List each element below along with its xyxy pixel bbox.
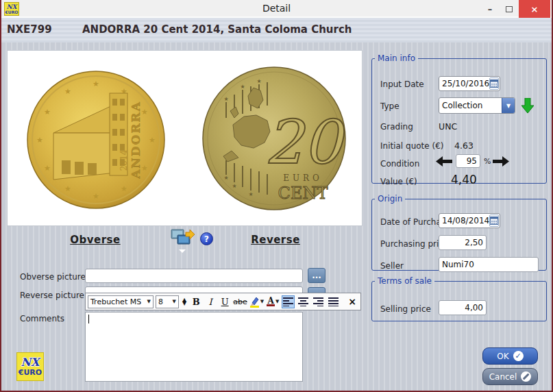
- screen-view-dropdown-icon[interactable]: [179, 249, 186, 253]
- terms-of-sale-legend: Terms of sale: [375, 276, 434, 286]
- grading-label: Grading: [380, 122, 413, 132]
- align-right-icon: [313, 297, 323, 306]
- bold-button[interactable]: B: [190, 295, 202, 308]
- svg-text:★: ★: [93, 79, 99, 88]
- purchase-date-calendar-icon[interactable]: [489, 215, 499, 227]
- font-size-combo[interactable]: 8 ▼: [156, 295, 179, 308]
- svg-text:★: ★: [223, 175, 228, 181]
- richtext-toolbar: Trebuchet MS ▼ 8 ▼ ▲▼ B I U abe ▼ A ▼: [85, 293, 361, 310]
- value-amount: 4,40: [451, 173, 477, 186]
- svg-text:★: ★: [149, 136, 156, 145]
- minimize-button[interactable]: –: [480, 0, 500, 18]
- type-select-dropdown-icon[interactable]: ▼: [502, 98, 515, 113]
- font-color-button[interactable]: A ▼: [267, 297, 280, 306]
- green-down-arrow-icon[interactable]: [521, 98, 534, 113]
- obverse-browse-button[interactable]: ...: [308, 268, 325, 283]
- font-family-dropdown-icon[interactable]: ▼: [145, 299, 153, 304]
- detail-dialog: NX €URO Detail – × NXE799 ANDORRA 20 Cen…: [0, 0, 553, 392]
- minimize-icon: –: [488, 4, 493, 14]
- title-bar[interactable]: NX €URO Detail – ×: [1, 0, 552, 18]
- input-date-label: Input Date: [380, 79, 424, 89]
- highlight-button[interactable]: ▼: [249, 296, 265, 308]
- align-left-icon: [283, 297, 293, 306]
- coin-title: ANDORRA 20 Cent 2014, Santa Coloma Churc…: [82, 23, 352, 36]
- svg-text:★: ★: [256, 78, 261, 84]
- font-color-dropdown-icon[interactable]: ▼: [275, 299, 280, 304]
- svg-text:★: ★: [240, 84, 245, 90]
- reverse-cent-text: CENT: [278, 184, 328, 203]
- main-info-section: Main info Input Date 25/10/2016 Type Col…: [371, 53, 547, 184]
- origin-legend: Origin: [375, 194, 405, 204]
- svg-text:★: ★: [93, 192, 99, 201]
- svg-text:★: ★: [121, 184, 127, 193]
- condition-label: Condition: [380, 159, 419, 169]
- svg-text:★: ★: [223, 96, 228, 102]
- condition-decrease-arrow[interactable]: [436, 156, 452, 167]
- font-size-stepper[interactable]: ▲▼: [181, 298, 188, 305]
- comments-label: Comments: [20, 314, 64, 323]
- align-center-icon: [298, 297, 308, 306]
- align-left-button[interactable]: [282, 295, 295, 308]
- ok-button[interactable]: OK ✓: [482, 347, 538, 365]
- header-band: NXE799 ANDORRA 20 Cent 2014, Santa Colom…: [1, 18, 552, 42]
- reverse-value-text: 20: [265, 107, 346, 177]
- strikethrough-button[interactable]: abe: [233, 295, 247, 308]
- highlight-dropdown-icon[interactable]: ▼: [260, 299, 265, 304]
- app-logo: NX €URO: [16, 352, 44, 381]
- help-icon[interactable]: ?: [200, 232, 213, 245]
- text-caret: [88, 315, 89, 323]
- align-justify-icon: [328, 297, 339, 306]
- svg-text:★: ★: [64, 87, 71, 96]
- svg-text:★: ★: [44, 108, 51, 117]
- reverse-coin-image: ★★★ ★★★ 20 EURO CENT: [203, 67, 346, 210]
- screen-view-icon[interactable]: [171, 229, 195, 247]
- underline-button[interactable]: U: [219, 295, 231, 308]
- selling-price-input[interactable]: [439, 300, 487, 315]
- main-info-legend: Main info: [375, 53, 418, 63]
- cancel-button[interactable]: Cancel: [482, 368, 538, 385]
- close-button[interactable]: ×: [519, 0, 550, 18]
- align-justify-button[interactable]: [327, 295, 340, 308]
- terms-of-sale-section: Terms of sale Selling price: [371, 276, 547, 321]
- highlighter-icon: [249, 296, 260, 308]
- font-color-icon: A: [267, 297, 275, 306]
- coin-images: ★★★ ★★★ ★★★ ★★★: [8, 51, 363, 227]
- grading-value: UNC: [439, 121, 457, 132]
- comments-input[interactable]: [85, 312, 303, 382]
- coin-code: NXE799: [7, 23, 52, 36]
- obverse-link[interactable]: Obverse: [40, 234, 150, 246]
- origin-section: Origin Date of Purchase 14/08/2014 Purch…: [371, 194, 547, 271]
- svg-text:★: ★: [36, 136, 43, 145]
- maximize-button[interactable]: [500, 0, 519, 18]
- input-date-field[interactable]: 25/10/2016: [439, 76, 500, 91]
- initial-quote-label: Initial quote (€): [380, 141, 443, 151]
- type-label: Type: [380, 101, 400, 111]
- font-size-dropdown-icon[interactable]: ▼: [171, 299, 178, 304]
- purchase-date-field[interactable]: 14/08/2014: [439, 213, 500, 228]
- condition-input[interactable]: [456, 154, 480, 168]
- toolbar-close-button[interactable]: ×: [346, 296, 358, 307]
- selling-price-label: Selling price: [380, 304, 431, 314]
- align-right-button[interactable]: [312, 295, 325, 308]
- condition-unit: %: [484, 157, 491, 166]
- reverse-picture-label: Reverse picture: [20, 291, 84, 300]
- initial-quote-value: 4.63: [454, 140, 474, 151]
- reverse-euro-text: EURO: [283, 173, 323, 183]
- cancel-slash-icon: [521, 371, 531, 382]
- italic-button[interactable]: I: [204, 295, 217, 308]
- coin-pictures-panel: ★★★ ★★★ ★★★ ★★★: [7, 50, 362, 226]
- svg-text:★: ★: [64, 184, 71, 193]
- condition-increase-arrow[interactable]: [493, 156, 509, 167]
- window-title: Detail: [1, 3, 552, 14]
- ok-check-icon: ✓: [513, 351, 524, 361]
- obverse-picture-input[interactable]: [85, 269, 303, 283]
- seller-label: Seller: [380, 261, 404, 271]
- input-date-calendar-icon[interactable]: [489, 77, 499, 90]
- font-family-combo[interactable]: Trebuchet MS ▼: [88, 295, 153, 308]
- type-select[interactable]: Collection ▼: [439, 97, 515, 114]
- purchasing-price-input[interactable]: [439, 235, 487, 250]
- align-center-button[interactable]: [297, 295, 310, 308]
- seller-input[interactable]: [439, 257, 539, 272]
- reverse-link[interactable]: Reverse: [221, 234, 330, 246]
- value-label: Value (€): [380, 177, 417, 186]
